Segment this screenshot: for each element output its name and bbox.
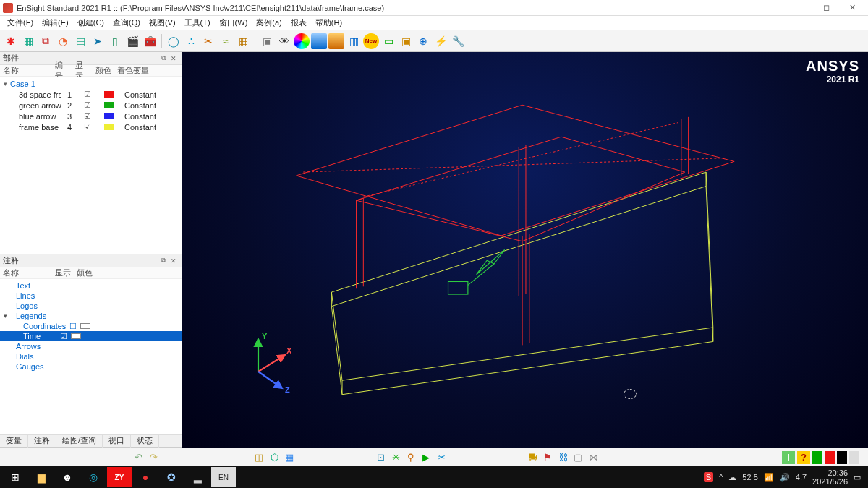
play-icon[interactable]: ▶ <box>420 451 433 464</box>
annot-tree[interactable]: TextLinesLogos▾LegendsCoordinates☐Time☑A… <box>0 279 182 434</box>
tool-features-icon[interactable]: ✱ <box>3 33 19 49</box>
part-row[interactable]: green arrow2☑Constant <box>0 100 182 111</box>
tab-vars[interactable]: 变量 <box>0 434 28 448</box>
task-record-icon[interactable]: ● <box>133 467 158 487</box>
grid-icon[interactable]: ▦ <box>283 451 296 464</box>
part-color-swatch[interactable] <box>104 91 114 98</box>
annot-row[interactable]: Gauges <box>0 361 182 372</box>
part-visible-checkbox[interactable]: ☑ <box>78 111 97 121</box>
tool-new-icon[interactable]: New <box>363 33 379 49</box>
menu-query[interactable]: 查询(Q) <box>109 16 145 30</box>
net-icon[interactable]: ⋈ <box>587 451 600 464</box>
tray-notif-icon[interactable]: ▭ <box>854 473 861 482</box>
task-zy-icon[interactable]: ZY <box>107 467 132 487</box>
annot-row[interactable]: Coordinates☐ <box>0 321 182 331</box>
tool-book-icon[interactable]: ▯ <box>107 33 123 49</box>
col-name[interactable]: 名称 <box>0 267 52 278</box>
swatch4-icon[interactable] <box>849 451 859 464</box>
tray-wifi-icon[interactable]: 📶 <box>764 473 774 482</box>
tray-up-icon[interactable]: ^ <box>719 473 723 481</box>
annot-row[interactable]: Lines <box>0 291 182 301</box>
tree-case[interactable]: ▾ Case 1 <box>0 78 182 89</box>
task-app2-icon[interactable]: ✪ <box>159 467 184 487</box>
menu-report[interactable]: 报表 <box>286 16 311 30</box>
part-color-swatch[interactable] <box>104 102 114 108</box>
viewport-3d[interactable]: ANSYS 2021 R1 <box>182 52 868 448</box>
tool-movie-icon[interactable]: 🎬 <box>124 33 140 49</box>
task-ime-icon[interactable]: EN <box>211 467 236 487</box>
part-color-swatch[interactable] <box>104 113 114 119</box>
menu-help[interactable]: 帮助(H) <box>311 16 346 30</box>
part-row[interactable]: blue arrow3☑Constant <box>0 111 182 121</box>
swatch3-icon[interactable] <box>837 451 847 464</box>
tool-eye-icon[interactable]: 👁 <box>276 33 292 49</box>
tool-window-icon[interactable]: ▭ <box>380 33 396 49</box>
cut-icon[interactable]: ✂ <box>435 451 448 464</box>
task-edge-icon[interactable]: ◎ <box>81 467 106 487</box>
expand-icon[interactable]: ▾ <box>1 80 9 87</box>
spark-icon[interactable]: ✳ <box>389 451 402 464</box>
tool-drops-icon[interactable]: ∴ <box>183 33 199 49</box>
col-color[interactable]: 颜色 <box>74 267 95 278</box>
tool-table-icon[interactable]: ▦ <box>20 33 36 49</box>
globe-icon[interactable]: ⬡ <box>268 451 281 464</box>
tab-view[interactable]: 视口 <box>103 434 131 448</box>
truck-icon[interactable]: ⛟ <box>526 451 539 464</box>
col-color[interactable]: 颜色 <box>93 65 114 76</box>
annot-visible-checkbox[interactable]: ☐ <box>66 322 80 331</box>
help-icon[interactable]: ? <box>797 451 810 464</box>
tool-toolbox-icon[interactable]: 🧰 <box>142 33 158 49</box>
tool-gradient1-icon[interactable] <box>311 33 327 49</box>
tab-annot[interactable]: 注释 <box>28 434 56 448</box>
menu-edit[interactable]: 编辑(E) <box>38 16 73 30</box>
cube-icon[interactable]: ◫ <box>252 451 265 464</box>
menu-view[interactable]: 视图(V) <box>145 16 180 30</box>
tool-lasso-icon[interactable]: ◯ <box>166 33 182 49</box>
tool-gradient2-icon[interactable] <box>328 33 344 49</box>
tool-image-icon[interactable]: ▣ <box>398 33 414 49</box>
panel-close-icon[interactable]: ✕ <box>169 256 179 266</box>
panel-undock-icon[interactable]: ⧉ <box>158 53 169 64</box>
tray-cloud-icon[interactable]: ☁ <box>728 473 736 482</box>
history-back-icon[interactable]: ↶ <box>132 451 145 464</box>
tray-sogou-icon[interactable]: S <box>704 472 713 482</box>
info-icon[interactable]: i <box>782 451 795 464</box>
tool-cube-icon[interactable]: ▣ <box>259 33 275 49</box>
panel-undock-icon[interactable]: ⧉ <box>158 256 169 266</box>
tray-clock[interactable]: 20:36 2021/5/26 <box>812 468 848 486</box>
col-colorvar[interactable]: 着色变量 <box>114 65 152 76</box>
menu-window[interactable]: 窗口(W) <box>215 16 252 30</box>
annot-color-swatch[interactable] <box>71 333 81 339</box>
task-terminal-icon[interactable]: ▂ <box>185 467 210 487</box>
link-icon[interactable]: ⛓ <box>556 451 569 464</box>
tool-stream-icon[interactable]: ≈ <box>218 33 234 49</box>
annot-color-swatch[interactable] <box>80 323 90 329</box>
close-button[interactable]: ✕ <box>839 0 865 16</box>
tool-wrench-icon[interactable]: 🔧 <box>450 33 466 49</box>
maximize-button[interactable]: ◻ <box>813 0 839 16</box>
tool-palette-icon[interactable] <box>294 33 310 49</box>
box-icon[interactable]: ▢ <box>571 451 584 464</box>
menu-tools[interactable]: 工具(T) <box>180 16 215 30</box>
task-explorer-icon[interactable]: ▆ <box>29 467 54 487</box>
annot-row[interactable]: Time☑ <box>0 331 182 341</box>
col-name[interactable]: 名称 <box>0 65 52 76</box>
part-color-swatch[interactable] <box>104 124 114 130</box>
pick-icon[interactable]: ⊡ <box>374 451 387 464</box>
tab-plot[interactable]: 绘图/查询 <box>56 434 103 448</box>
swatch2-icon[interactable] <box>825 451 835 464</box>
menu-file[interactable]: 文件(F) <box>3 16 38 30</box>
menu-create[interactable]: 创建(C) <box>73 16 109 30</box>
minimize-button[interactable]: — <box>787 0 813 16</box>
annot-row[interactable]: Logos <box>0 301 182 311</box>
annot-row[interactable]: Arrows <box>0 341 182 351</box>
swatch1-icon[interactable] <box>812 451 822 464</box>
annot-row[interactable]: ▾Legends <box>0 311 182 321</box>
system-tray[interactable]: S ^ ☁ 52 5 📶 🔊 4.7 20:36 2021/5/26 ▭ <box>704 468 865 486</box>
tool-graph-icon[interactable]: ⧉ <box>38 33 54 49</box>
annot-visible-checkbox[interactable]: ☑ <box>56 332 71 341</box>
tray-vol-icon[interactable]: 🔊 <box>780 473 790 482</box>
history-fwd-icon[interactable]: ↷ <box>147 451 160 464</box>
annot-panel-header[interactable]: 注释 ⧉ ✕ <box>0 254 182 267</box>
col-show[interactable]: 显示 <box>52 267 74 278</box>
